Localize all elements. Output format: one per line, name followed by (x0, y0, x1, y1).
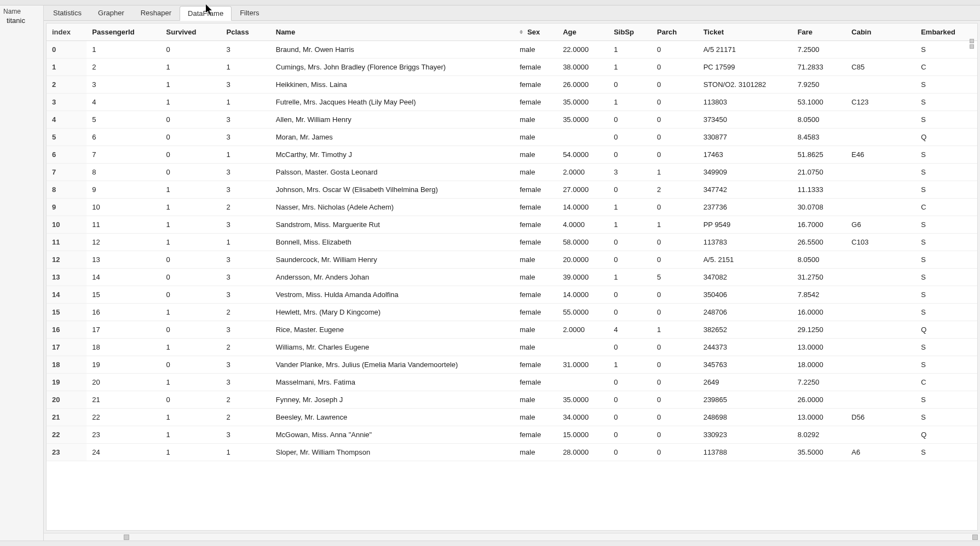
cell-survived[interactable]: 1 (161, 426, 221, 444)
cell-ticket[interactable]: 350406 (698, 286, 792, 304)
tab-filters[interactable]: Filters (232, 5, 267, 20)
cell-pclass[interactable]: 3 (221, 356, 270, 374)
cell-survived[interactable]: 1 (161, 234, 221, 251)
cell-sibsp[interactable]: 1 (608, 41, 652, 59)
cell-age[interactable]: 35.0000 (557, 94, 608, 111)
cell-age[interactable]: 2.0000 (557, 164, 608, 181)
table-row[interactable]: 212212Beesley, Mr. Lawrencemale34.000000… (47, 409, 977, 426)
cell-ticket[interactable]: 248706 (698, 304, 792, 321)
cell-index[interactable]: 7 (47, 164, 87, 181)
cell-embarked[interactable]: S (915, 339, 977, 356)
cell-name[interactable]: Hewlett, Mrs. (Mary D Kingcome) (270, 304, 514, 321)
cell-cabin[interactable] (846, 111, 915, 129)
cell-sibsp[interactable]: 0 (608, 374, 652, 391)
cell-name[interactable]: McCarthy, Mr. Timothy J (270, 146, 514, 164)
column-header-passengerid[interactable]: PassengerId (87, 24, 160, 41)
cell-sibsp[interactable]: 0 (608, 234, 652, 251)
cell-sibsp[interactable]: 4 (608, 321, 652, 339)
table-row[interactable]: 121303Saundercock, Mr. William Henrymale… (47, 251, 977, 269)
cell-pclass[interactable]: 3 (221, 374, 270, 391)
cell-ticket[interactable]: 349909 (698, 164, 792, 181)
cell-pclass[interactable]: 3 (221, 76, 270, 94)
cell-embarked[interactable]: S (915, 251, 977, 269)
cell-name[interactable]: McGowan, Miss. Anna "Annie" (270, 426, 514, 444)
cell-index[interactable]: 8 (47, 181, 87, 199)
cell-cabin[interactable] (846, 76, 915, 94)
table-row[interactable]: 141503Vestrom, Miss. Hulda Amanda Adolfi… (47, 286, 977, 304)
cell-ticket[interactable]: STON/O2. 3101282 (698, 76, 792, 94)
cell-ticket[interactable]: 330877 (698, 129, 792, 146)
cell-passengerid[interactable]: 4 (87, 94, 160, 111)
cell-cabin[interactable]: C123 (846, 94, 915, 111)
cell-name[interactable]: Cumings, Mrs. John Bradley (Florence Bri… (270, 59, 514, 76)
cell-passengerid[interactable]: 23 (87, 426, 160, 444)
cell-parch[interactable]: 0 (652, 199, 698, 216)
cell-sex[interactable]: male (514, 251, 557, 269)
column-header-embarked[interactable]: Embarked (915, 24, 977, 41)
cell-passengerid[interactable]: 1 (87, 41, 160, 59)
cell-cabin[interactable] (846, 304, 915, 321)
cell-embarked[interactable]: S (915, 76, 977, 94)
table-row[interactable]: 4503Allen, Mr. William Henrymale35.00000… (47, 111, 977, 129)
cell-sex[interactable]: male (514, 321, 557, 339)
cell-name[interactable]: Nasser, Mrs. Nicholas (Adele Achem) (270, 199, 514, 216)
cell-ticket[interactable]: 113783 (698, 234, 792, 251)
cell-passengerid[interactable]: 8 (87, 164, 160, 181)
table-row[interactable]: 151612Hewlett, Mrs. (Mary D Kingcome)fem… (47, 304, 977, 321)
cell-name[interactable]: Fynney, Mr. Joseph J (270, 391, 514, 409)
cell-sex[interactable]: male (514, 269, 557, 286)
cell-fare[interactable]: 26.5500 (792, 234, 846, 251)
cell-index[interactable]: 5 (47, 129, 87, 146)
cell-sex[interactable]: female (514, 426, 557, 444)
cell-survived[interactable]: 0 (161, 269, 221, 286)
column-header-sibsp[interactable]: SibSp (608, 24, 652, 41)
cell-age[interactable]: 20.0000 (557, 251, 608, 269)
cell-sex[interactable]: male (514, 409, 557, 426)
cell-survived[interactable]: 1 (161, 374, 221, 391)
cell-passengerid[interactable]: 2 (87, 59, 160, 76)
cell-passengerid[interactable]: 9 (87, 181, 160, 199)
cell-ticket[interactable]: 2649 (698, 374, 792, 391)
cell-age[interactable]: 26.0000 (557, 76, 608, 94)
cell-cabin[interactable]: A6 (846, 444, 915, 461)
cell-ticket[interactable]: 248698 (698, 409, 792, 426)
cell-pclass[interactable]: 2 (221, 391, 270, 409)
cell-sibsp[interactable]: 1 (608, 199, 652, 216)
cell-ticket[interactable]: 345763 (698, 356, 792, 374)
cell-fare[interactable]: 29.1250 (792, 321, 846, 339)
cell-ticket[interactable]: 347082 (698, 269, 792, 286)
cell-age[interactable] (557, 129, 608, 146)
cell-parch[interactable]: 0 (652, 59, 698, 76)
cell-index[interactable]: 13 (47, 269, 87, 286)
cell-sibsp[interactable]: 1 (608, 94, 652, 111)
cell-name[interactable]: Beesley, Mr. Lawrence (270, 409, 514, 426)
cell-cabin[interactable] (846, 356, 915, 374)
cell-fare[interactable]: 26.0000 (792, 391, 846, 409)
cell-fare[interactable]: 53.1000 (792, 94, 846, 111)
cell-embarked[interactable]: S (915, 94, 977, 111)
cell-passengerid[interactable]: 12 (87, 234, 160, 251)
cell-ticket[interactable]: 113788 (698, 444, 792, 461)
cell-ticket[interactable]: 113803 (698, 94, 792, 111)
cell-pclass[interactable]: 2 (221, 304, 270, 321)
cell-sex[interactable]: female (514, 199, 557, 216)
cell-parch[interactable]: 1 (652, 216, 698, 234)
cell-survived[interactable]: 1 (161, 216, 221, 234)
cell-sex[interactable]: female (514, 181, 557, 199)
cell-pclass[interactable]: 3 (221, 181, 270, 199)
cell-cabin[interactable]: G6 (846, 216, 915, 234)
tab-dataframe[interactable]: DataFrame (180, 6, 232, 21)
cell-age[interactable] (557, 374, 608, 391)
cell-pclass[interactable]: 3 (221, 269, 270, 286)
cell-name[interactable]: Saundercock, Mr. William Henry (270, 251, 514, 269)
cell-fare[interactable]: 71.2833 (792, 59, 846, 76)
tab-grapher[interactable]: Grapher (90, 5, 132, 20)
cell-parch[interactable]: 0 (652, 444, 698, 461)
cell-index[interactable]: 15 (47, 304, 87, 321)
cell-fare[interactable]: 16.7000 (792, 216, 846, 234)
column-header-age[interactable]: Age (557, 24, 608, 41)
cell-passengerid[interactable]: 13 (87, 251, 160, 269)
cell-pclass[interactable]: 1 (221, 146, 270, 164)
cell-age[interactable]: 14.0000 (557, 199, 608, 216)
table-row[interactable]: 131403Andersson, Mr. Anders Johanmale39.… (47, 269, 977, 286)
